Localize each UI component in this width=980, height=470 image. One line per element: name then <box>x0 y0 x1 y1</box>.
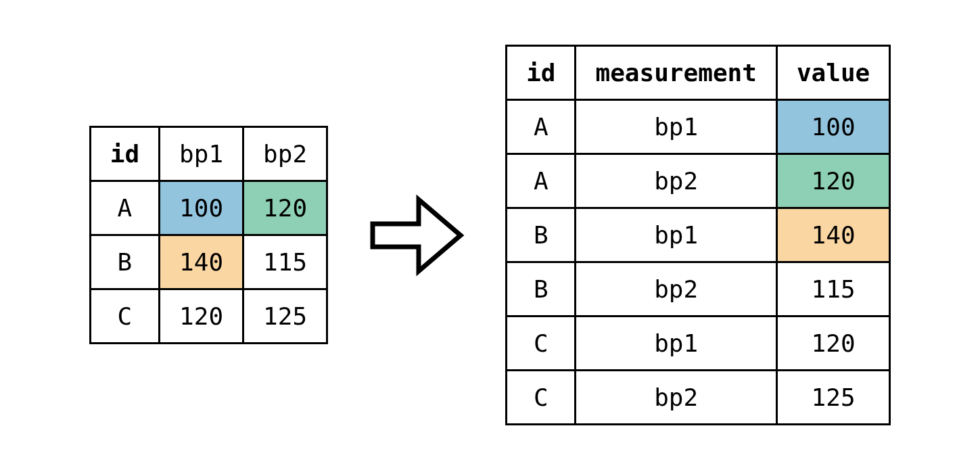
cell-value: 100 <box>776 100 889 154</box>
long-table: id measurement value A bp1 100 A bp2 120… <box>505 45 891 425</box>
cell-id: B <box>507 262 576 316</box>
col-header-id: id <box>90 127 159 181</box>
cell-bp1: 140 <box>160 235 243 289</box>
cell-id: C <box>507 316 576 371</box>
cell-meas: bp1 <box>576 316 776 371</box>
cell-id: A <box>507 154 576 208</box>
col-header-bp1: bp1 <box>160 127 243 181</box>
wide-table: id bp1 bp2 A 100 120 B 140 115 C 120 125 <box>89 126 328 344</box>
col-header-id: id <box>507 46 576 100</box>
cell-id: C <box>90 289 159 344</box>
cell-value: 140 <box>776 208 889 262</box>
table-row: B bp1 140 <box>507 208 890 262</box>
table-row: id measurement value <box>507 46 890 100</box>
table-row: id bp1 bp2 <box>90 127 327 181</box>
cell-bp2: 115 <box>243 235 327 289</box>
cell-value: 120 <box>776 316 889 371</box>
cell-bp2: 125 <box>243 289 327 344</box>
cell-value: 125 <box>776 371 889 425</box>
table-row: A 100 120 <box>90 181 327 235</box>
table-row: A bp2 120 <box>507 154 890 208</box>
table-row: C bp1 120 <box>507 316 890 371</box>
col-header-measurement: measurement <box>576 46 776 100</box>
table-row: A bp1 100 <box>507 100 890 154</box>
cell-id: B <box>507 208 576 262</box>
cell-bp1: 120 <box>160 289 243 344</box>
table-row: C 120 125 <box>90 289 327 344</box>
cell-value: 115 <box>776 262 889 316</box>
table-row: B bp2 115 <box>507 262 890 316</box>
cell-meas: bp1 <box>576 100 776 154</box>
col-header-value: value <box>776 46 889 100</box>
transform-arrow <box>366 191 467 279</box>
cell-meas: bp2 <box>576 371 776 425</box>
table-row: B 140 115 <box>90 235 327 289</box>
cell-value: 120 <box>776 154 889 208</box>
table-row: C bp2 125 <box>507 371 890 425</box>
arrow-right-icon <box>366 191 467 279</box>
cell-id: B <box>90 235 159 289</box>
cell-meas: bp2 <box>576 262 776 316</box>
cell-id: A <box>90 181 159 235</box>
cell-meas: bp1 <box>576 208 776 262</box>
cell-meas: bp2 <box>576 154 776 208</box>
col-header-bp2: bp2 <box>243 127 327 181</box>
cell-id: C <box>507 371 576 425</box>
cell-bp2: 120 <box>243 181 327 235</box>
cell-bp1: 100 <box>160 181 243 235</box>
cell-id: A <box>507 100 576 154</box>
